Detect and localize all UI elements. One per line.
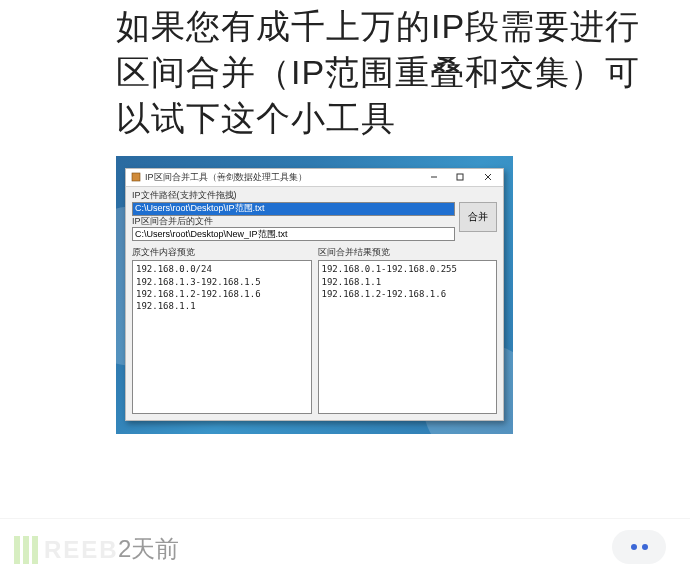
result-preview-box[interactable]: 192.168.0.1-192.168.0.255 192.168.1.1 19… <box>318 260 498 413</box>
logo-bars-icon <box>14 536 38 564</box>
svg-rect-2 <box>457 174 463 180</box>
source-preview-box[interactable]: 192.168.0.0/24 192.168.1.3-192.168.1.5 1… <box>132 260 312 413</box>
maximize-button[interactable] <box>447 169 473 186</box>
screenshot-container: IP区间合并工具（善剑数据处理工具集） IP文件路径(支持文 <box>116 156 513 434</box>
source-preview-label: 原文件内容预览 <box>132 246 312 259</box>
post-timestamp: 2天前 <box>118 533 179 565</box>
dot-icon <box>631 544 637 550</box>
input-path-label: IP文件路径(支持文件拖拽) <box>132 191 455 201</box>
minimize-button[interactable] <box>421 169 447 186</box>
article-heading: 如果您有成千上万的IP段需要进行区间合并（IP范围重叠和交集）可以试下这个小工具 <box>0 0 690 150</box>
dot-icon <box>642 544 648 550</box>
app-window: IP区间合并工具（善剑数据处理工具集） IP文件路径(支持文 <box>125 168 504 421</box>
window-body: IP文件路径(支持文件拖拽) IP区间合并后的文件 合并 原文件内容预览 192… <box>126 187 503 420</box>
output-path-label: IP区间合并后的文件 <box>132 217 455 227</box>
article-footer: REEB 2天前 <box>0 518 690 578</box>
watermark-logo: REEB <box>14 536 119 564</box>
window-title: IP区间合并工具（善剑数据处理工具集） <box>145 171 421 184</box>
app-icon <box>130 171 142 183</box>
result-preview-label: 区间合并结果预览 <box>318 246 498 259</box>
svg-rect-0 <box>132 173 140 181</box>
more-button[interactable] <box>612 530 666 564</box>
close-button[interactable] <box>473 169 503 186</box>
merge-button[interactable]: 合并 <box>459 202 497 232</box>
output-path-field[interactable] <box>132 227 455 241</box>
input-path-field[interactable] <box>132 202 455 216</box>
logo-text: REEB <box>44 536 119 564</box>
window-titlebar[interactable]: IP区间合并工具（善剑数据处理工具集） <box>126 169 503 187</box>
